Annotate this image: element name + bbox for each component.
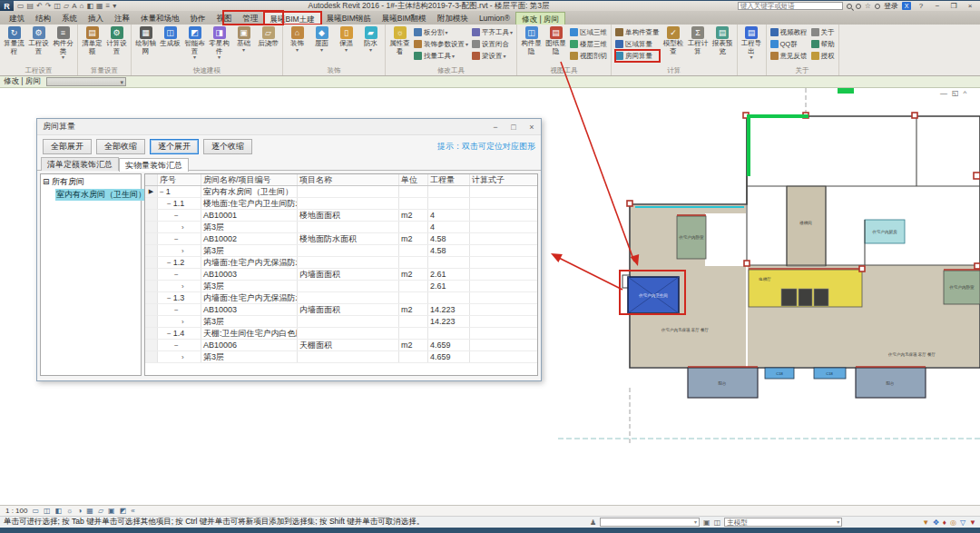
- tab-系统[interactable]: 系统: [56, 12, 83, 25]
- sign-in-label[interactable]: 登录: [884, 1, 898, 11]
- tab-注释[interactable]: 注释: [109, 12, 135, 25]
- show-crop-icon[interactable]: ▱: [98, 507, 103, 515]
- floor-plan[interactable]: 住宅户内卫生间 住宅户内无保温 客厅 餐厅 住宅户内无保温 客厅 餐厅 住宅户内…: [558, 88, 980, 444]
- table-row[interactable]: −AB10003内墙面面积m214.223: [145, 304, 537, 316]
- table-row[interactable]: −AB10003内墙面面积m22.61: [145, 269, 537, 281]
- links-icon[interactable]: ◎: [950, 518, 956, 527]
- single-component-query-button[interactable]: 单构件查量: [615, 26, 660, 38]
- view-scale[interactable]: 1 : 100: [5, 507, 27, 515]
- calc-settings-button[interactable]: ⚙计算设置: [104, 25, 129, 55]
- open-icon[interactable]: ▭: [17, 2, 24, 11]
- press-drag-icon[interactable]: ✥: [933, 518, 939, 527]
- exchange-icon[interactable]: [856, 4, 861, 9]
- video-tutorial-button[interactable]: 视频教程: [770, 26, 808, 38]
- report-preview-button[interactable]: ▤报表预览: [710, 25, 735, 55]
- customize-qat-icon[interactable]: ▾: [113, 2, 116, 11]
- draw-grid-button[interactable]: ▦绘制轴网: [133, 25, 158, 55]
- view-section-button[interactable]: 视图剖切: [570, 50, 607, 62]
- table-row[interactable]: −AB10002楼地面防水面积m24.58: [145, 233, 537, 245]
- tree-node-all-rooms[interactable]: ⊟ 所有房间: [43, 176, 139, 188]
- expander-icon[interactable]: ›: [181, 353, 184, 361]
- save-icon[interactable]: ▤: [27, 2, 34, 11]
- table-row[interactable]: −1.3内墙面:住宅户内无保温防水墙...: [145, 292, 537, 304]
- tab-视图[interactable]: 视图: [211, 12, 238, 25]
- tab-Lumion®[interactable]: Lumion®: [474, 12, 515, 25]
- design-option-dropdown[interactable]: 主模型▾: [724, 518, 842, 527]
- expander-icon[interactable]: ›: [181, 247, 184, 255]
- table-row[interactable]: ›第3层14.223: [145, 316, 537, 328]
- dialog-minimize-button[interactable]: −: [486, 123, 505, 132]
- options-bar-dropdown[interactable]: ▾: [46, 77, 126, 86]
- table-row[interactable]: ›第3层2.61: [145, 281, 537, 292]
- tree-node-wet-rooms[interactable]: 室内有水房间（卫生间）: [55, 189, 147, 201]
- smart-layout-button[interactable]: ◩智能布置▾: [182, 25, 207, 60]
- tab-晨曦BIM钢筋[interactable]: 晨曦BIM钢筋: [321, 12, 377, 25]
- tab-插入[interactable]: 插入: [83, 12, 109, 25]
- region-quantity-button[interactable]: 区域算量: [615, 38, 660, 50]
- expander-icon[interactable]: −: [174, 306, 179, 314]
- hidden-elements-icon[interactable]: ◩: [120, 507, 127, 515]
- tab-体量和场地[interactable]: 体量和场地: [135, 12, 185, 25]
- filter-icon[interactable]: ▼: [969, 518, 976, 527]
- tab-晨曦BIM土建[interactable]: 晨曦BIM土建: [264, 12, 321, 25]
- table-row[interactable]: −1.1楼地面:住宅户内卫生间防水砂...: [145, 198, 537, 210]
- generate-slab-button[interactable]: ◫生成板: [158, 25, 182, 48]
- beam-settings-button[interactable]: 梁设置▾: [472, 50, 513, 62]
- switch-windows-icon[interactable]: ≡: [106, 2, 111, 11]
- tab-协作[interactable]: 协作: [185, 12, 211, 25]
- expander-icon[interactable]: −: [167, 330, 172, 338]
- project-settings-button[interactable]: ⚙工程设置: [26, 25, 51, 55]
- room-stair[interactable]: [787, 186, 826, 266]
- help-button[interactable]: 帮助: [811, 38, 835, 50]
- sun-path-icon[interactable]: ☼: [66, 507, 73, 515]
- visual-style-icon[interactable]: ◧: [55, 507, 63, 515]
- decoration-button[interactable]: ⌂装饰▾: [285, 25, 309, 53]
- dialog-close-button[interactable]: ×: [523, 123, 541, 132]
- expander-icon[interactable]: −: [174, 341, 179, 350]
- tab-quota-summary[interactable]: 清单定额装饰汇总: [41, 157, 119, 171]
- table-row[interactable]: ›第3层4.659: [145, 351, 537, 363]
- table-row[interactable]: −1.4天棚:卫生间住宅户内白色腻子: [145, 328, 537, 340]
- minimize-button[interactable]: −: [931, 2, 944, 10]
- expander-icon[interactable]: −: [174, 235, 179, 243]
- workflow-button[interactable]: ↻算量流程: [2, 25, 26, 55]
- model-check-button[interactable]: ✓模型检查: [662, 25, 686, 55]
- expand-one-button[interactable]: 逐个展开: [150, 139, 199, 154]
- decoration-params-button[interactable]: 装饰参数设置▾: [414, 38, 468, 50]
- expander-icon[interactable]: ›: [181, 318, 184, 326]
- expander-icon[interactable]: −: [167, 259, 172, 267]
- tab-结构[interactable]: 结构: [30, 12, 56, 25]
- collapse-all-button[interactable]: 全部收缩: [96, 139, 145, 154]
- quantity-find-button[interactable]: 找量工具▾: [414, 50, 468, 62]
- expand-all-button[interactable]: 全部展开: [43, 139, 92, 154]
- table-row[interactable]: ›第3层4.58: [145, 245, 537, 257]
- component-category-button[interactable]: ≡构件分类▾: [51, 25, 75, 60]
- foundation-button[interactable]: ▣基础▾: [231, 25, 256, 53]
- cad-visibility-button[interactable]: ▤图纸显隐: [544, 25, 568, 55]
- table-row[interactable]: −AB10001楼地面面积m24: [145, 210, 537, 222]
- help-search-input[interactable]: [738, 2, 843, 10]
- dialog-title-bar[interactable]: 房间算量 − □ ×: [37, 119, 541, 135]
- underlay-icon[interactable]: ▽: [960, 518, 965, 527]
- measure-icon[interactable]: ▱: [64, 2, 69, 11]
- expander-icon[interactable]: ›: [181, 223, 184, 232]
- set-closure-button[interactable]: 设置闭合: [472, 38, 513, 50]
- expander-icon[interactable]: ›: [181, 282, 184, 291]
- detail-level-icon[interactable]: ◫: [44, 507, 51, 515]
- feedback-button[interactable]: 意见反馈: [770, 50, 808, 62]
- worksets-dropdown[interactable]: ▾: [600, 518, 700, 527]
- project-calc-button[interactable]: Σ工程计算: [686, 25, 710, 55]
- floor-3d-button[interactable]: 楼层三维: [570, 38, 607, 50]
- design-options-icon[interactable]: ◫: [714, 518, 721, 527]
- roof-button[interactable]: ◆屋面▾: [309, 25, 334, 53]
- quota-list-button[interactable]: ▤清单定额: [80, 25, 104, 55]
- undo-icon[interactable]: ↶: [36, 2, 43, 11]
- exchange-apps-icon[interactable]: X: [902, 2, 911, 10]
- table-row[interactable]: ›第3层4: [145, 222, 537, 233]
- constraints-icon[interactable]: «: [131, 507, 134, 515]
- component-visibility-button[interactable]: ◫构件显隐: [519, 25, 544, 55]
- misc-component-button[interactable]: ◨零星构件▾: [207, 25, 231, 60]
- revit-app-menu-icon[interactable]: R: [0, 1, 14, 12]
- text-icon[interactable]: A: [72, 2, 76, 11]
- restore-button[interactable]: ❒: [947, 2, 960, 10]
